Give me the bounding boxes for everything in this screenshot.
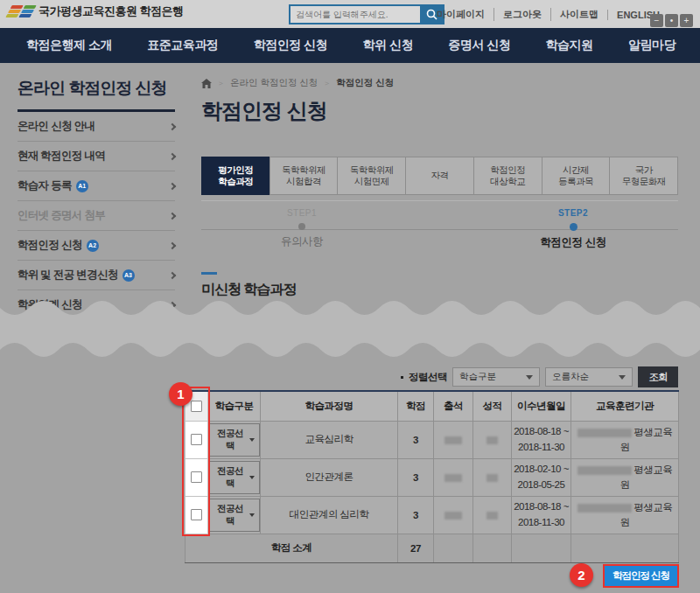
subtotal-value: 27	[398, 534, 434, 562]
section-title: 미신청 학습과정	[201, 281, 678, 299]
major-select-button[interactable]: 전공선택	[208, 499, 260, 532]
tab-target-school[interactable]: 학점인정대상학교	[473, 157, 542, 195]
credit-value: 3	[398, 496, 434, 534]
table-row: 전공선택 대인관계의 심리학 3 2018-08-18 ~2018-11-30 …	[186, 496, 679, 534]
course-name: 대인관계의 심리학	[261, 496, 398, 534]
redacted-value	[444, 474, 462, 482]
nav-item-support[interactable]: 학습지원	[546, 38, 593, 53]
font-smaller-button[interactable]: −	[650, 14, 663, 27]
redacted-value	[578, 466, 632, 475]
sidebar-item-credit-apply[interactable]: 학점인정 신청 A2	[18, 231, 175, 261]
query-button[interactable]: 조회	[638, 366, 678, 387]
sort-label: 정렬선택	[409, 371, 447, 384]
category-tabs: 평가인정학습과정 독학학위제시험합격 독학학위제시험면제 자격 학점인정대상학교…	[201, 157, 678, 195]
nav-item-news[interactable]: 알림마당	[628, 38, 676, 53]
redacted-value	[578, 504, 632, 513]
period-value: 2018-02-10 ~2018-05-25	[512, 458, 571, 496]
sort-category-select[interactable]: 학습구분	[452, 367, 540, 387]
table-row: 전공선택 인간관계론 3 2018-02-10 ~2018-05-25 평생교육…	[186, 458, 679, 496]
breadcrumb: ＞ 온라인 학점인정 신청 ＞ 학점인정 신청	[201, 77, 678, 89]
grade-value	[473, 458, 512, 496]
global-nav: 학점은행제 소개 표준교육과정 학점인정 신청 학위 신청 증명서 신청 학습지…	[0, 28, 700, 63]
logo-text: 국가평생교육진흥원 학점은행	[38, 3, 184, 19]
chevron-right-icon	[169, 271, 176, 278]
utility-links: 마이페이지 로그아웃 사이트맵 ENGLISH − • +	[428, 8, 668, 21]
tab-intangible-heritage[interactable]: 국가무형문화재	[609, 157, 678, 195]
chevron-right-icon	[169, 212, 176, 219]
logo-icon	[9, 5, 33, 17]
chevron-down-icon	[249, 476, 255, 479]
row-checkbox[interactable]	[191, 509, 202, 520]
sort-bar: 정렬선택 학습구분 오름차순 조회	[401, 366, 678, 387]
tab-assessed-course[interactable]: 평가인정학습과정	[201, 157, 270, 195]
nav-item-degree[interactable]: 학위 신청	[363, 38, 413, 53]
search-input[interactable]	[290, 6, 420, 23]
tab-self-exam-pass[interactable]: 독학학위제시험합격	[270, 157, 339, 195]
credit-value: 3	[398, 421, 434, 458]
wave-separator	[0, 301, 700, 357]
select-all-checkbox[interactable]	[191, 401, 202, 412]
breadcrumb-item[interactable]: 온라인 학점인정 신청	[230, 77, 318, 89]
chevron-down-icon	[526, 375, 533, 380]
major-select-button[interactable]: 전공선택	[208, 423, 260, 457]
step-indicator: STEP1 유의사항 STEP2 학점인정 신청	[201, 200, 678, 258]
font-larger-button[interactable]: +	[680, 14, 693, 27]
chevron-right-icon	[169, 182, 176, 189]
apply-credit-button[interactable]: 학점인정 신청	[603, 564, 679, 588]
sidebar-item-degree-major-change[interactable]: 학위 및 전공 변경신청 A3	[18, 261, 175, 290]
main-content: ＞ 온라인 학점인정 신청 ＞ 학점인정 신청 학점인정 신청 평가인정학습과정…	[201, 77, 678, 299]
sidebar-item-current-credits[interactable]: 현재 학점인정 내역	[18, 142, 175, 171]
bottom-section: 정렬선택 학습구분 오름차순 조회 학습구분 학습과정명 학점	[0, 357, 700, 593]
unapplied-courses-table: 학습구분 학습과정명 학점 출석 성적 이수년월일 교육훈련기관 전공선택 교육…	[185, 390, 679, 563]
grade-value	[473, 421, 512, 458]
institution-value: 평생교육원	[571, 421, 679, 458]
nav-item-certificate[interactable]: 증명서 신청	[448, 38, 510, 53]
sort-order-select[interactable]: 오름차순	[545, 367, 633, 387]
page-title: 학점인정 신청	[201, 97, 678, 125]
site-header: 국가평생교육진흥원 학점은행 마이페이지 로그아웃 사이트맵 ENGLISH −…	[0, 0, 700, 28]
step-1: STEP1 유의사항	[249, 208, 354, 249]
link-sitemap[interactable]: 사이트맵	[550, 8, 607, 21]
sidebar-item-guide[interactable]: 온라인 신청 안내	[18, 112, 175, 142]
row-checkbox[interactable]	[191, 471, 202, 483]
search-box	[289, 4, 444, 24]
attendance-value	[434, 421, 473, 458]
annotation-badge-1: 1	[169, 382, 192, 406]
nav-item-curriculum[interactable]: 표준교육과정	[147, 38, 218, 53]
home-icon[interactable]	[201, 79, 212, 88]
bullet-icon	[401, 376, 403, 379]
institution-value: 평생교육원	[571, 458, 679, 496]
tab-self-exam-exempt[interactable]: 독학학위제시험면제	[337, 157, 406, 195]
sidebar-item-learner-register[interactable]: 학습자 등록 A1	[18, 171, 175, 201]
table-footer-row: 학점 소계 27	[186, 534, 679, 562]
site-logo[interactable]: 국가평생교육진흥원 학점은행	[9, 3, 184, 19]
attendance-value	[434, 496, 473, 534]
redacted-value	[486, 474, 498, 482]
link-logout[interactable]: 로그아웃	[494, 8, 550, 21]
sidebar: 온라인 학점인정 신청 온라인 신청 안내 현재 학점인정 내역 학습자 등록 …	[18, 77, 175, 320]
link-mypage[interactable]: 마이페이지	[428, 8, 494, 21]
major-select-button[interactable]: 전공선택	[208, 461, 260, 494]
grade-value	[473, 496, 512, 534]
institution-value: 평생교육원	[571, 496, 679, 534]
step-2-active: STEP2 학점인정 신청	[521, 208, 626, 250]
course-name: 인간관계론	[261, 458, 398, 496]
redacted-value	[444, 436, 462, 444]
row-checkbox[interactable]	[191, 434, 202, 445]
tab-parttime-course[interactable]: 시간제등록과목	[542, 157, 611, 195]
tab-qualification[interactable]: 자격	[405, 157, 474, 195]
font-size-controls: − • +	[650, 14, 693, 27]
nav-item-credit-apply[interactable]: 학점인정 신청	[254, 38, 327, 53]
section-unapplied-courses: 미신청 학습과정	[201, 272, 678, 299]
chevron-down-icon	[249, 438, 255, 442]
period-value: 2018-08-18 ~2018-11-30	[512, 421, 571, 458]
page: 국가평생교육진흥원 학점은행 마이페이지 로그아웃 사이트맵 ENGLISH −…	[0, 0, 700, 593]
section-dash	[201, 272, 217, 275]
step-dot	[570, 223, 578, 231]
font-reset-button[interactable]: •	[665, 14, 678, 27]
chevron-down-icon	[249, 513, 255, 517]
nav-item-intro[interactable]: 학점은행제 소개	[26, 38, 112, 53]
sidebar-item-internet-certificate[interactable]: 인터넷 증명서 첨부	[18, 201, 175, 231]
table-row: 전공선택 교육심리학 3 2018-08-18 ~2018-11-30 평생교육…	[186, 421, 679, 458]
course-name: 교육심리학	[261, 421, 398, 458]
